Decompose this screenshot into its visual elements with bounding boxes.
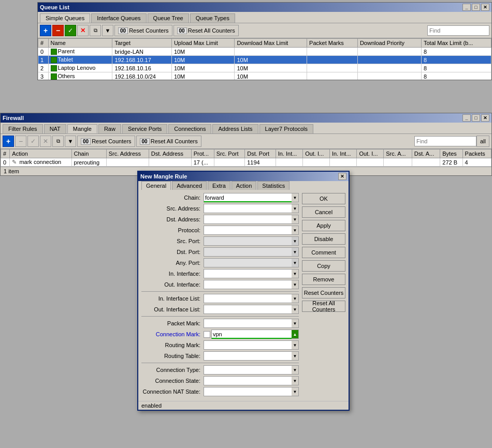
close-button[interactable]: ✕: [481, 4, 489, 11]
src-port-input[interactable]: [204, 236, 292, 246]
modal-tab-extra[interactable]: Extra: [208, 181, 230, 190]
fw-maximize-button[interactable]: □: [472, 114, 480, 122]
in-interface-arrow[interactable]: ▼: [292, 269, 299, 278]
table-row[interactable]: 0 Parent bridge-LAN 10M 8: [38, 48, 491, 56]
tab-queue-tree[interactable]: Queue Tree: [148, 13, 189, 23]
table-row[interactable]: 1 Tablet 192.168.10.17 10M 10M 8: [38, 56, 491, 64]
routing-table-arrow[interactable]: ▼: [292, 351, 299, 361]
minimize-button[interactable]: _: [462, 4, 471, 11]
in-interface-list-input[interactable]: [204, 294, 292, 303]
modal-tab-action[interactable]: Action: [231, 181, 257, 190]
dst-address-input[interactable]: [204, 215, 292, 224]
queue-tabs: Simple Queues Interface Queues Queue Tre…: [38, 12, 491, 23]
src-port-arrow[interactable]: ▼: [292, 236, 299, 246]
tab-filter-rules[interactable]: Filter Rules: [3, 124, 43, 133]
tab-simple-queues[interactable]: Simple Queues: [40, 13, 90, 23]
add-button[interactable]: +: [40, 25, 51, 36]
connection-state-arrow[interactable]: ▼: [292, 376, 299, 385]
remove-button-modal[interactable]: Remove: [302, 274, 345, 285]
fw-enable-button[interactable]: ✓: [27, 136, 39, 147]
dst-port-arrow[interactable]: ▼: [292, 247, 299, 257]
connection-nat-state-input[interactable]: [204, 387, 292, 396]
filter-button[interactable]: ▼: [102, 25, 113, 36]
table-row[interactable]: 0 ✎ mark connection prerouting 17 (... 1…: [1, 158, 491, 167]
connection-nat-state-arrow[interactable]: ▼: [292, 387, 299, 396]
tab-queue-types[interactable]: Queue Types: [190, 13, 235, 23]
comment-button[interactable]: Comment: [302, 247, 345, 258]
chain-input[interactable]: [204, 193, 292, 202]
enable-button[interactable]: ✓: [65, 25, 76, 36]
cancel-button[interactable]: Cancel: [302, 206, 345, 218]
fw-row-dst: [149, 158, 191, 167]
tab-interface-queues[interactable]: Interface Queues: [91, 13, 146, 23]
in-interface-list-arrow[interactable]: ▼: [292, 294, 299, 303]
copy-button[interactable]: ⧉: [90, 25, 101, 36]
connection-mark-input[interactable]: [211, 330, 292, 339]
table-row[interactable]: 3 Others 192.168.10.0/24 10M 10M 8: [38, 72, 491, 80]
tab-address-lists[interactable]: Address Lists: [212, 124, 258, 133]
tab-mangle[interactable]: Mangle: [67, 124, 97, 133]
maximize-button[interactable]: □: [472, 4, 480, 11]
fw-add-button[interactable]: +: [3, 136, 14, 147]
fw-row-dst-port: 1194: [245, 158, 276, 167]
copy-button-modal[interactable]: Copy: [302, 260, 345, 272]
dst-address-arrow[interactable]: ▼: [292, 215, 299, 224]
reset-all-counters-button[interactable]: 00 Reset All Counters: [173, 25, 239, 36]
connection-type-arrow[interactable]: ▼: [292, 365, 299, 375]
any-port-input[interactable]: [204, 258, 292, 267]
dst-port-input[interactable]: [204, 247, 292, 257]
tab-raw[interactable]: Raw: [98, 124, 121, 133]
out-interface-arrow[interactable]: ▼: [292, 280, 299, 289]
tab-layer7[interactable]: Layer7 Protocols: [259, 124, 314, 133]
connection-mark-checkbox[interactable]: [204, 331, 210, 338]
tab-nat[interactable]: NAT: [44, 124, 66, 133]
reset-counters-modal-button[interactable]: Reset Counters: [302, 287, 345, 298]
disable-button[interactable]: Disable: [302, 233, 345, 245]
apply-button[interactable]: Apply: [302, 220, 345, 231]
routing-mark-input[interactable]: [204, 340, 292, 350]
out-interface-list-arrow[interactable]: ▼: [292, 305, 299, 314]
fw-minimize-button[interactable]: _: [462, 114, 471, 122]
tab-connections[interactable]: Connections: [168, 124, 211, 133]
out-interface-list-label: Out. Interface List:: [141, 306, 204, 312]
fw-find-input[interactable]: [414, 136, 476, 146]
out-interface-list-input[interactable]: [204, 305, 292, 314]
any-port-arrow[interactable]: ▼: [292, 258, 299, 267]
connection-state-input[interactable]: [204, 376, 292, 385]
modal-tab-statistics[interactable]: Statistics: [257, 181, 290, 190]
src-address-input[interactable]: [204, 204, 292, 213]
packet-mark-input[interactable]: [204, 319, 292, 328]
chain-dropdown-arrow[interactable]: ▼: [292, 193, 299, 202]
protocol-label: Protocol:: [141, 227, 204, 233]
packet-mark-arrow[interactable]: ▼: [292, 319, 299, 328]
protocol-arrow[interactable]: ▼: [292, 226, 299, 235]
reset-all-counters-modal-button[interactable]: Reset All Counters: [302, 301, 345, 312]
chain-row: Chain: ▼: [141, 193, 299, 202]
modal-close-button[interactable]: ✕: [338, 173, 346, 180]
table-row[interactable]: 2 Laptop Lenovo 192.168.10.16 10M 10M 8: [38, 64, 491, 72]
in-interface-input[interactable]: [204, 269, 292, 278]
modal-tab-general[interactable]: General: [141, 181, 171, 190]
fw-remove-button[interactable]: −: [15, 136, 26, 147]
connection-type-input[interactable]: [204, 365, 292, 375]
fw-disable-button[interactable]: ✕: [40, 136, 51, 147]
remove-button[interactable]: −: [52, 25, 64, 36]
modal-tab-advanced[interactable]: Advanced: [172, 181, 207, 190]
reset-counters-button[interactable]: 00 Reset Counters: [114, 25, 172, 36]
tab-service-ports[interactable]: Service Ports: [122, 124, 167, 133]
disable-button[interactable]: ✕: [77, 25, 89, 36]
protocol-input[interactable]: [204, 226, 292, 235]
src-address-arrow[interactable]: ▼: [292, 204, 299, 213]
ok-button[interactable]: OK: [302, 193, 345, 204]
fw-close-button[interactable]: ✕: [481, 114, 489, 122]
fw-filter-button[interactable]: ▼: [65, 136, 76, 147]
out-interface-input[interactable]: [204, 280, 292, 289]
fw-reset-counters-button[interactable]: 00 Reset Counters: [77, 136, 135, 147]
fw-copy-button[interactable]: ⧉: [52, 136, 64, 147]
connection-mark-arrow[interactable]: ▲: [292, 330, 299, 339]
routing-table-input[interactable]: [204, 351, 292, 361]
routing-mark-arrow[interactable]: ▼: [292, 340, 299, 350]
find-input[interactable]: [427, 25, 489, 36]
all-button[interactable]: all: [476, 136, 489, 147]
fw-reset-all-counters-button[interactable]: 00 Reset All Counters: [136, 136, 201, 147]
